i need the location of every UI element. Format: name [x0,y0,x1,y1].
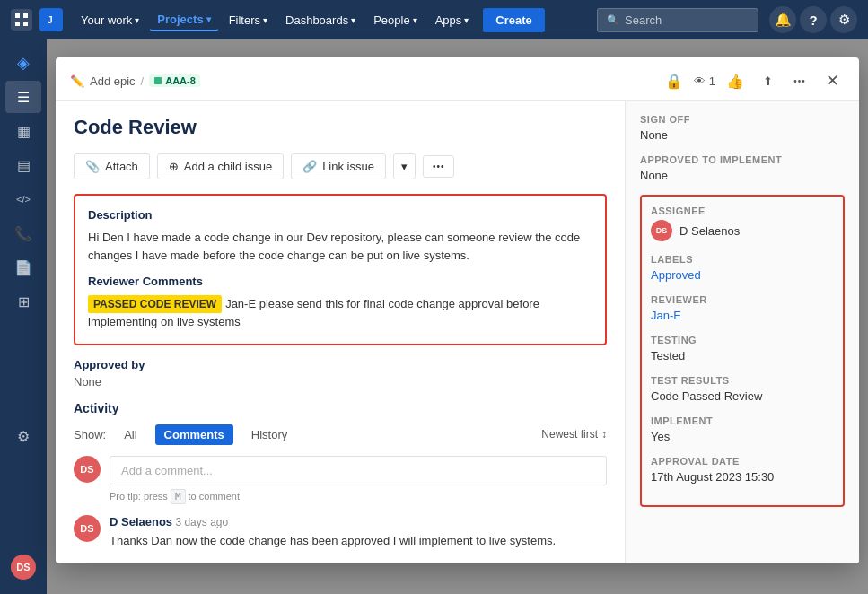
description-section: Description Hi Den I have made a code ch… [74,194,607,345]
assignee-value: D Selaenos [679,224,740,238]
sidebar-item-jira[interactable]: ◈ [5,47,41,79]
assignee-avatar: DS [651,220,672,241]
gear-icon: ⚙ [838,12,850,28]
chevron-icon: ▾ [351,15,355,25]
lock-icon: 🔒 [665,73,683,90]
more-options-button[interactable]: ••• [787,68,812,93]
more-icon: ••• [433,162,445,171]
svg-rect-3 [23,22,28,26]
eye-icon: 👁 [694,74,706,88]
issue-badge: AAA-8 [149,74,200,87]
svg-rect-2 [15,22,20,26]
dashboards-nav[interactable]: Dashboards ▾ [278,10,363,31]
filters-nav[interactable]: Filters ▾ [222,10,275,31]
link-issue-button[interactable]: 🔗 Link issue [291,153,386,179]
search-icon: 🔍 [607,14,619,26]
sidebar-item-board[interactable]: ▤ [5,149,41,181]
approved-to-implement-section: Approved to Implement None [640,154,845,182]
share-icon: ⬆ [763,74,773,88]
implement-section: Implement Yes [651,415,834,443]
sign-off-label: Sign Off [640,114,845,125]
sign-off-value: None [640,128,845,142]
all-tab[interactable]: All [115,424,145,445]
chevron-icon: ▾ [206,14,211,24]
implement-label: Implement [651,415,834,426]
lock-button[interactable]: 🔒 [662,68,687,93]
apps-nav[interactable]: Apps ▾ [428,10,477,31]
modal-right-panel: Sign Off None Approved to Implement None… [626,101,859,563]
issue-title: Code Review [74,116,607,139]
breadcrumb: ✏️ Add epic / AAA-8 [70,74,654,88]
labels-label: Labels [651,254,834,265]
more-toolbar-button[interactable]: ••• [423,155,455,178]
people-nav[interactable]: People ▾ [366,10,424,31]
chevron-icon: ▾ [464,15,469,25]
create-button[interactable]: Create [483,8,544,32]
sidebar-item-phone[interactable]: 📞 [5,217,41,249]
add-child-issue-button[interactable]: ⊕ Add a child issue [157,153,284,179]
sidebar-item-grid[interactable]: ▦ [5,115,41,147]
sort-button[interactable]: Newest first ↕ [541,428,607,441]
help-button[interactable]: ? [800,6,827,33]
board-icon: ▤ [17,157,31,174]
notifications-button[interactable]: 🔔 [769,6,796,33]
implement-value: Yes [651,430,834,443]
breadcrumb-add-epic[interactable]: Add epic [90,74,136,88]
sidebar-item-puzzle[interactable]: ⊞ [5,285,41,318]
search-bar[interactable]: 🔍 Search [597,8,758,32]
dropdown-button[interactable]: ▾ [393,153,416,179]
modal-left-panel: Code Review 📎 Attach ⊕ Add a child issue [56,101,626,563]
modal-overlay: ✏️ Add epic / AAA-8 🔒 👁 [47,39,868,594]
assignee-row: DS D Selaenos [651,220,834,241]
projects-nav[interactable]: Projects ▾ [150,9,217,31]
breadcrumb-separator: / [141,74,145,88]
main-content: ✏️ Add epic / AAA-8 🔒 👁 [47,39,868,594]
labels-value[interactable]: Approved [651,268,834,282]
current-user-avatar: DS [74,456,101,483]
comment-key-m: M [171,489,186,504]
attach-button[interactable]: 📎 Attach [74,153,150,179]
approval-date-label: Approval Date [651,456,834,467]
your-work-nav[interactable]: Your work ▾ [74,10,146,31]
breadcrumb-issue: AAA-8 [149,74,200,87]
settings-button[interactable]: ⚙ [830,6,857,33]
labels-section: Labels Approved [651,254,834,282]
comment-meta: D Selaenos 3 days ago [110,515,556,528]
comment-input[interactable]: Add a comment... [110,456,607,485]
comment-item: DS D Selaenos 3 days ago Thanks Dan now … [74,515,607,550]
passed-badge: PASSED CODE REVIEW [88,295,222,313]
sidebar-item-settings[interactable]: ⚙ [5,420,41,452]
reviewer-value[interactable]: Jan-E [651,309,834,322]
svg-rect-0 [15,13,20,18]
share-button[interactable]: ⬆ [755,68,780,93]
sort-icon: ↕ [601,428,607,441]
sidebar-item-list[interactable]: ☰ [5,81,41,113]
activity-section: Activity Show: All Comments History Newe… [74,401,607,550]
history-tab[interactable]: History [242,424,296,445]
testing-value: Tested [651,349,834,363]
thumbs-up-icon: 👍 [726,73,744,90]
puzzle-icon: ⊞ [18,293,30,310]
bell-icon: 🔔 [775,12,792,28]
activity-title: Activity [74,401,607,415]
close-button[interactable]: ✕ [820,68,845,93]
description-text: Hi Den I have made a code change in our … [88,229,592,264]
link-icon: 🔗 [302,160,317,173]
approved-by-section: Approved by None [74,358,607,389]
jira-logo[interactable]: J [39,8,63,31]
assignee-label: Assignee [651,205,834,216]
reviewer-section: Reviewer Jan-E [651,294,834,322]
sidebar-item-doc[interactable]: 📄 [5,251,41,284]
comment-input-row: DS Add a comment... [74,456,607,485]
chevron-down-icon: ▾ [401,160,408,173]
sidebar-item-code[interactable]: </> [5,183,41,215]
comments-tab[interactable]: Comments [155,424,233,445]
child-issue-icon: ⊕ [169,160,179,173]
approval-date-value: 17th August 2023 15:30 [651,470,834,484]
reviewer-comments-title: Reviewer Comments [88,275,592,288]
user-avatar-sidebar[interactable]: DS [11,555,36,580]
chevron-icon: ▾ [263,15,267,25]
jira-icon: ◈ [17,53,30,73]
thumbs-up-button[interactable]: 👍 [723,68,748,93]
grid-icon[interactable] [11,9,32,31]
